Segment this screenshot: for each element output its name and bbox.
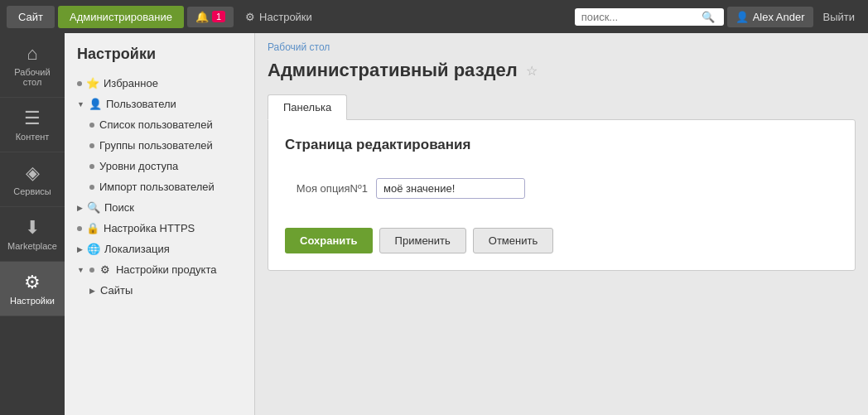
save-button[interactable]: Сохранить (285, 228, 373, 253)
sidebar-item-users-list[interactable]: Список пользователей (65, 114, 254, 135)
sidebar-item-services[interactable]: ◈ Сервисы (0, 152, 65, 207)
sidebar-item-users[interactable]: ▼ 👤 Пользователи (65, 94, 254, 114)
form-row: Моя опцияNº1 (285, 170, 838, 207)
home-icon: ⌂ (27, 43, 37, 65)
sidebar-label-settings: Настройки (10, 296, 55, 306)
sidebar-label-content: Контент (16, 132, 50, 142)
arrow-right-icon: ▶ (77, 204, 83, 212)
services-icon: ◈ (26, 162, 40, 184)
main-layout: ⌂ Рабочий стол ☰ Контент ◈ Сервисы ⬇ Mar… (0, 33, 868, 415)
sidebar-item-users-groups[interactable]: Группы пользователей (65, 135, 254, 156)
form-label: Моя опцияNº1 (285, 182, 368, 195)
arrow-down-icon: ▼ (77, 100, 84, 109)
top-nav: Сайт Администрирование 🔔 1 ⚙ Настройки 🔍… (0, 0, 868, 33)
star-icon: ⭐ (87, 78, 99, 89)
settings-nav-label: Настройки (259, 11, 312, 23)
users-import-label: Импорт пользователей (99, 181, 215, 193)
arrow-right-icon: ▶ (89, 287, 95, 295)
notifications-button[interactable]: 🔔 1 (187, 7, 234, 27)
sites-label: Сайты (100, 284, 133, 297)
bullet-icon (77, 81, 82, 86)
panel-title: Страница редактирования (285, 137, 838, 153)
settings-nav-button[interactable]: ⚙ Настройки (237, 7, 321, 27)
panel-content: Страница редактирования Моя опцияNº1 Сох… (268, 119, 856, 271)
https-label: Настройка HTTPS (104, 222, 195, 234)
sidebar-item-users-import[interactable]: Импорт пользователей (65, 176, 254, 197)
sidebar-item-dashboard[interactable]: ⌂ Рабочий стол (0, 33, 65, 98)
user-button[interactable]: 👤 Alex Ander (727, 7, 813, 27)
lock-icon: 🔒 (87, 223, 99, 234)
settings-sidebar-title: Настройки (65, 41, 254, 73)
bullet-icon (89, 268, 94, 273)
gear-icon: ⚙ (245, 11, 255, 23)
sidebar-item-product[interactable]: ▼ ⚙ Настройки продукта (65, 259, 254, 280)
sidebar-item-favorites[interactable]: ⭐ Избранное (65, 73, 254, 94)
tab-panel[interactable]: Панелька (268, 94, 347, 120)
search-icon: 🔍 (702, 11, 715, 23)
product-label: Настройки продукта (116, 263, 217, 276)
search-sidebar-icon: 🔍 (88, 202, 99, 214)
apply-button[interactable]: Применить (379, 228, 466, 253)
globe-icon: 🌐 (88, 244, 99, 255)
search-label: Поиск (104, 201, 134, 214)
sidebar-item-locale[interactable]: ▶ 🌐 Локализация (65, 239, 254, 259)
form-input[interactable] (376, 178, 525, 199)
sidebar-item-sites[interactable]: ▶ Сайты (65, 280, 254, 301)
settings-icon: ⚙ (24, 272, 41, 293)
cancel-button[interactable]: Отменить (473, 228, 553, 253)
product-icon: ⚙ (99, 264, 111, 276)
sidebar-label-services: Сервисы (13, 186, 51, 196)
sidebar-label-dashboard: Рабочий стол (4, 67, 60, 87)
bullet-icon (89, 143, 94, 148)
arrow-down-icon: ▼ (77, 266, 84, 274)
sidebar-label-marketplace: Marketplace (7, 241, 57, 251)
marketplace-icon: ⬇ (25, 217, 40, 239)
user-name: Alex Ander (753, 11, 805, 23)
users-access-label: Уровни доступа (99, 160, 178, 172)
buttons-row: Сохранить Применить Отменить (285, 228, 838, 253)
user-group-icon: 👤 (89, 99, 101, 110)
bell-icon: 🔔 (195, 11, 209, 23)
bullet-icon (89, 185, 94, 190)
arrow-right-icon: ▶ (77, 245, 83, 253)
content-icon: ☰ (24, 108, 41, 129)
users-label: Пользователи (106, 98, 176, 110)
user-icon: 👤 (735, 11, 749, 23)
notif-badge: 1 (212, 11, 225, 22)
page-title-row: Административный раздел ☆ (268, 60, 856, 81)
search-input[interactable] (581, 11, 697, 23)
settings-sidebar: Настройки ⭐ Избранное ▼ 👤 Пользователи С… (65, 33, 255, 415)
favorite-star-icon[interactable]: ☆ (526, 63, 538, 79)
site-button[interactable]: Сайт (7, 6, 55, 28)
sidebar-item-content[interactable]: ☰ Контент (0, 98, 65, 152)
users-groups-label: Группы пользователей (99, 139, 213, 152)
sidebar-item-search[interactable]: ▶ 🔍 Поиск (65, 197, 254, 218)
logout-button[interactable]: Выйти (817, 7, 862, 27)
sidebar-item-users-access[interactable]: Уровни доступа (65, 156, 254, 176)
bullet-icon (89, 123, 94, 128)
breadcrumb[interactable]: Рабочий стол (268, 41, 856, 53)
page-title: Административный раздел (268, 60, 518, 81)
favorites-label: Избранное (104, 77, 158, 89)
users-list-label: Список пользователей (99, 118, 213, 131)
admin-button[interactable]: Администрирование (58, 6, 184, 28)
tabs-row: Панелька (268, 94, 856, 119)
bullet-icon (77, 226, 82, 231)
bullet-icon (89, 164, 94, 169)
locale-label: Локализация (104, 243, 170, 255)
sidebar-item-https[interactable]: 🔒 Настройка HTTPS (65, 218, 254, 239)
icon-sidebar: ⌂ Рабочий стол ☰ Контент ◈ Сервисы ⬇ Mar… (0, 33, 65, 415)
sidebar-item-marketplace[interactable]: ⬇ Marketplace (0, 207, 65, 262)
sidebar-item-settings[interactable]: ⚙ Настройки (0, 262, 65, 316)
content-area: Рабочий стол Административный раздел ☆ П… (255, 33, 868, 415)
search-box: 🔍 (575, 8, 724, 26)
